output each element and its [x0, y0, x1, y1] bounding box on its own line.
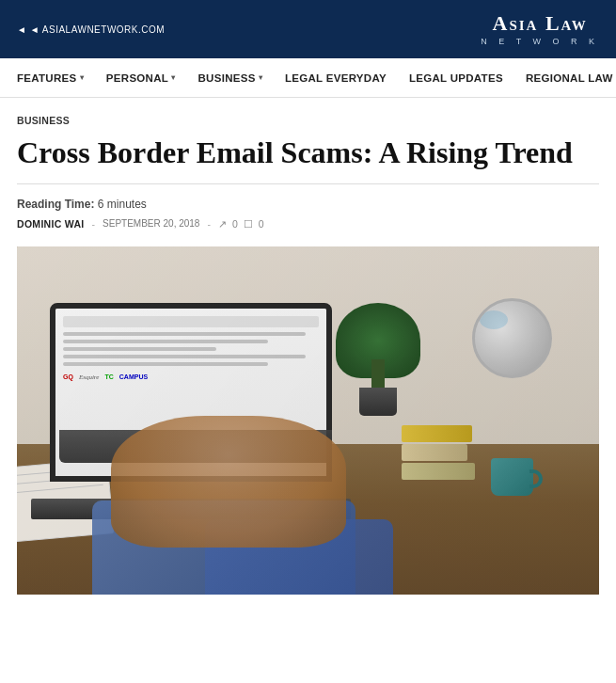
nav-label-features: FEATURES: [17, 72, 77, 84]
screen-line: [63, 362, 268, 366]
screen-line: [63, 332, 306, 336]
article-meta: DOMINIC WAI - SEPTEMBER 20, 2018 - ↗ 0 ☐…: [17, 218, 599, 230]
meta-separator: -: [92, 218, 96, 230]
meta-separator-2: -: [207, 218, 211, 230]
plant-pot: [359, 388, 397, 416]
nav-label-business: BUSINESS: [197, 72, 255, 84]
screen-line: [63, 347, 216, 351]
nav-item-personal[interactable]: PERSONAL ▾: [95, 72, 187, 84]
screen-line: [63, 340, 268, 343]
screen-logo-4: CAMPUS: [119, 373, 148, 380]
brand-name: Asia Law: [481, 12, 599, 35]
nav-label-legal-updates: LEGAL UPDATES: [409, 72, 503, 84]
comments-count: 0: [259, 218, 264, 230]
meta-icons-group: ↗ 0 ☐ 0: [218, 218, 264, 230]
chevron-down-icon: ▾: [259, 73, 262, 82]
back-arrow-icon: ◄: [17, 24, 30, 35]
reading-time-value: 6 minutes: [98, 198, 147, 211]
screen-line: [63, 355, 306, 358]
site-url-text: ◄ ASIALAWNETWORK.COM: [30, 24, 165, 35]
hero-image: GQ Esquire TC CAMPUS: [17, 246, 599, 595]
chevron-down-icon: ▾: [80, 73, 84, 82]
book-3: [402, 463, 475, 480]
main-navigation: FEATURES ▾ PERSONAL ▾ BUSINESS ▾ LEGAL E…: [0, 58, 616, 98]
comment-icon[interactable]: ☐: [244, 218, 253, 230]
site-header: ◄ ◄ ASIALAWNETWORK.COM Asia Law N E T W …: [0, 0, 616, 58]
nav-label-regional-law: REGIONAL LAW: [526, 72, 613, 84]
reading-time-label: Reading Time:: [17, 198, 94, 211]
article-title: Cross Border Email Scams: A Rising Trend: [17, 135, 599, 184]
coffee-mug: [491, 449, 543, 496]
site-url-link[interactable]: ◄ ◄ ASIALAWNETWORK.COM: [17, 24, 165, 35]
plant-decoration: [345, 303, 411, 416]
books-stack: [402, 425, 477, 482]
book-2: [402, 444, 467, 461]
brand-name-text: Asia Law: [493, 11, 588, 35]
author-name[interactable]: DOMINIC WAI: [17, 218, 85, 230]
article-date: SEPTEMBER 20, 2018: [103, 218, 199, 229]
nav-item-legal-everyday[interactable]: LEGAL EVERYDAY: [274, 72, 398, 84]
article-photo: GQ Esquire TC CAMPUS: [17, 246, 599, 595]
screen-lines: [63, 332, 319, 366]
mug-handle: [529, 469, 543, 488]
person-hands: [111, 416, 346, 548]
brand-subtitle: N E T W O R K: [481, 37, 599, 46]
nav-items-list: FEATURES ▾ PERSONAL ▾ BUSINESS ▾ LEGAL E…: [17, 72, 616, 84]
share-icon[interactable]: ↗: [218, 218, 227, 230]
screen-menubar: [63, 316, 319, 327]
chevron-down-icon: ▾: [171, 73, 175, 82]
screen-logos: GQ Esquire TC CAMPUS: [63, 373, 319, 381]
nav-item-features[interactable]: FEATURES ▾: [17, 72, 95, 84]
nav-label-legal-everyday: LEGAL EVERYDAY: [285, 72, 387, 84]
article-category[interactable]: BUSINESS: [17, 115, 599, 126]
screen-logo-2: Esquire: [79, 373, 100, 381]
mug-body: [491, 458, 533, 496]
nav-item-regional-law[interactable]: REGIONAL LAW ▾: [514, 72, 616, 84]
globe-decoration: [472, 298, 552, 378]
screen-logo-3: TC: [104, 373, 113, 380]
article-main: BUSINESS Cross Border Email Scams: A Ris…: [0, 115, 616, 595]
nav-item-business[interactable]: BUSINESS ▾: [186, 72, 274, 84]
screen-logo-1: GQ: [63, 373, 73, 380]
reading-time: Reading Time: 6 minutes: [17, 198, 599, 211]
book-1: [402, 425, 472, 442]
brand-logo[interactable]: Asia Law N E T W O R K: [481, 12, 599, 45]
likes-count: 0: [232, 218, 238, 230]
nav-label-personal: PERSONAL: [106, 72, 168, 84]
nav-item-legal-updates[interactable]: LEGAL UPDATES: [398, 72, 514, 84]
